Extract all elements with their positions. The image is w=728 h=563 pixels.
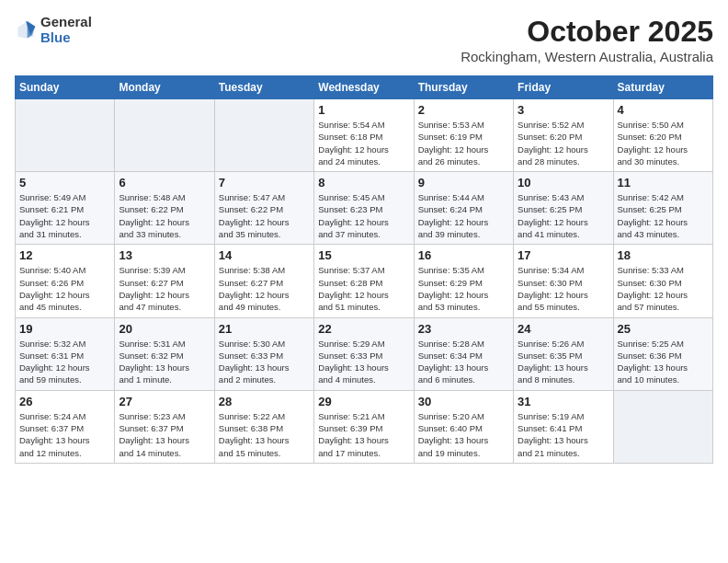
calendar-day-15: 15Sunrise: 5:37 AM Sunset: 6:28 PM Dayli… bbox=[314, 245, 414, 317]
day-info: Sunrise: 5:19 AM Sunset: 6:41 PM Dayligh… bbox=[518, 410, 609, 459]
calendar-day-31: 31Sunrise: 5:19 AM Sunset: 6:41 PM Dayli… bbox=[514, 390, 613, 463]
day-number: 29 bbox=[318, 395, 409, 408]
calendar-day-6: 6Sunrise: 5:48 AM Sunset: 6:22 PM Daylig… bbox=[115, 172, 214, 245]
day-info: Sunrise: 5:38 AM Sunset: 6:27 PM Dayligh… bbox=[219, 264, 310, 313]
calendar-day-8: 8Sunrise: 5:45 AM Sunset: 6:23 PM Daylig… bbox=[314, 172, 414, 245]
day-number: 27 bbox=[119, 395, 210, 408]
day-info: Sunrise: 5:48 AM Sunset: 6:22 PM Dayligh… bbox=[119, 191, 210, 240]
calendar-week-4: 19Sunrise: 5:32 AM Sunset: 6:31 PM Dayli… bbox=[16, 317, 713, 390]
calendar-day-30: 30Sunrise: 5:20 AM Sunset: 6:40 PM Dayli… bbox=[414, 390, 513, 463]
calendar-day-5: 5Sunrise: 5:49 AM Sunset: 6:21 PM Daylig… bbox=[16, 172, 115, 245]
day-info: Sunrise: 5:44 AM Sunset: 6:24 PM Dayligh… bbox=[418, 191, 509, 240]
calendar-empty-cell bbox=[613, 390, 712, 463]
calendar-day-1: 1Sunrise: 5:54 AM Sunset: 6:18 PM Daylig… bbox=[314, 99, 414, 172]
day-info: Sunrise: 5:37 AM Sunset: 6:28 PM Dayligh… bbox=[318, 264, 409, 313]
day-number: 12 bbox=[19, 248, 110, 262]
logo-general: General bbox=[40, 15, 92, 30]
day-number: 17 bbox=[518, 248, 609, 262]
day-number: 5 bbox=[19, 176, 110, 190]
day-info: Sunrise: 5:49 AM Sunset: 6:21 PM Dayligh… bbox=[19, 191, 110, 240]
calendar-day-3: 3Sunrise: 5:52 AM Sunset: 6:20 PM Daylig… bbox=[514, 99, 613, 172]
weekday-header-thursday: Thursday bbox=[414, 76, 513, 99]
weekday-header-wednesday: Wednesday bbox=[314, 76, 414, 99]
calendar-day-9: 9Sunrise: 5:44 AM Sunset: 6:24 PM Daylig… bbox=[414, 172, 513, 245]
calendar-day-14: 14Sunrise: 5:38 AM Sunset: 6:27 PM Dayli… bbox=[214, 245, 313, 317]
weekday-header-saturday: Saturday bbox=[613, 76, 712, 99]
day-info: Sunrise: 5:35 AM Sunset: 6:29 PM Dayligh… bbox=[418, 264, 509, 313]
day-info: Sunrise: 5:29 AM Sunset: 6:33 PM Dayligh… bbox=[318, 338, 409, 386]
day-number: 11 bbox=[618, 176, 709, 190]
day-info: Sunrise: 5:43 AM Sunset: 6:25 PM Dayligh… bbox=[518, 191, 609, 240]
day-number: 19 bbox=[19, 322, 110, 336]
calendar-week-1: 1Sunrise: 5:54 AM Sunset: 6:18 PM Daylig… bbox=[16, 99, 713, 172]
calendar-empty-cell bbox=[214, 99, 313, 172]
day-number: 15 bbox=[318, 248, 409, 262]
logo-text: General Blue bbox=[40, 15, 92, 45]
calendar-day-18: 18Sunrise: 5:33 AM Sunset: 6:30 PM Dayli… bbox=[613, 245, 712, 317]
day-info: Sunrise: 5:22 AM Sunset: 6:38 PM Dayligh… bbox=[219, 410, 310, 459]
weekday-header-monday: Monday bbox=[115, 76, 214, 99]
day-number: 13 bbox=[119, 248, 210, 262]
day-number: 14 bbox=[219, 248, 310, 262]
calendar-day-19: 19Sunrise: 5:32 AM Sunset: 6:31 PM Dayli… bbox=[16, 317, 115, 390]
day-number: 8 bbox=[318, 176, 409, 190]
calendar-day-13: 13Sunrise: 5:39 AM Sunset: 6:27 PM Dayli… bbox=[115, 245, 214, 317]
day-number: 18 bbox=[618, 248, 709, 262]
calendar-table: SundayMondayTuesdayWednesdayThursdayFrid… bbox=[15, 75, 713, 464]
day-info: Sunrise: 5:20 AM Sunset: 6:40 PM Dayligh… bbox=[418, 410, 509, 459]
day-number: 1 bbox=[318, 103, 409, 117]
day-number: 23 bbox=[418, 322, 509, 336]
calendar-day-10: 10Sunrise: 5:43 AM Sunset: 6:25 PM Dayli… bbox=[514, 172, 613, 245]
logo-icon bbox=[15, 19, 37, 41]
calendar-day-21: 21Sunrise: 5:30 AM Sunset: 6:33 PM Dayli… bbox=[214, 317, 313, 390]
month-title: October 2025 bbox=[461, 15, 713, 49]
day-number: 4 bbox=[618, 103, 709, 117]
day-info: Sunrise: 5:34 AM Sunset: 6:30 PM Dayligh… bbox=[518, 264, 609, 313]
day-number: 31 bbox=[518, 395, 609, 408]
logo-blue: Blue bbox=[40, 30, 92, 46]
title-block: October 2025 Rockingham, Western Austral… bbox=[461, 15, 713, 64]
calendar-day-29: 29Sunrise: 5:21 AM Sunset: 6:39 PM Dayli… bbox=[314, 390, 414, 463]
calendar-day-2: 2Sunrise: 5:53 AM Sunset: 6:19 PM Daylig… bbox=[414, 99, 513, 172]
day-info: Sunrise: 5:50 AM Sunset: 6:20 PM Dayligh… bbox=[618, 119, 709, 167]
calendar-day-12: 12Sunrise: 5:40 AM Sunset: 6:26 PM Dayli… bbox=[16, 245, 115, 317]
page-header: General Blue October 2025 Rockingham, We… bbox=[15, 15, 713, 64]
calendar-empty-cell bbox=[115, 99, 214, 172]
day-number: 20 bbox=[119, 322, 210, 336]
weekday-header-sunday: Sunday bbox=[16, 76, 115, 99]
day-number: 30 bbox=[418, 395, 509, 408]
day-info: Sunrise: 5:42 AM Sunset: 6:25 PM Dayligh… bbox=[618, 191, 709, 240]
day-number: 26 bbox=[19, 395, 110, 408]
day-info: Sunrise: 5:21 AM Sunset: 6:39 PM Dayligh… bbox=[318, 410, 409, 459]
day-number: 6 bbox=[119, 176, 210, 190]
day-info: Sunrise: 5:25 AM Sunset: 6:36 PM Dayligh… bbox=[618, 338, 709, 386]
calendar-week-2: 5Sunrise: 5:49 AM Sunset: 6:21 PM Daylig… bbox=[16, 172, 713, 245]
day-number: 3 bbox=[518, 103, 609, 117]
day-info: Sunrise: 5:26 AM Sunset: 6:35 PM Dayligh… bbox=[518, 338, 609, 386]
day-info: Sunrise: 5:47 AM Sunset: 6:22 PM Dayligh… bbox=[219, 191, 310, 240]
calendar-day-27: 27Sunrise: 5:23 AM Sunset: 6:37 PM Dayli… bbox=[115, 390, 214, 463]
calendar-day-26: 26Sunrise: 5:24 AM Sunset: 6:37 PM Dayli… bbox=[16, 390, 115, 463]
day-info: Sunrise: 5:31 AM Sunset: 6:32 PM Dayligh… bbox=[119, 338, 210, 386]
calendar-day-25: 25Sunrise: 5:25 AM Sunset: 6:36 PM Dayli… bbox=[613, 317, 712, 390]
day-info: Sunrise: 5:40 AM Sunset: 6:26 PM Dayligh… bbox=[19, 264, 110, 313]
day-number: 10 bbox=[518, 176, 609, 190]
day-number: 28 bbox=[219, 395, 310, 408]
calendar-day-24: 24Sunrise: 5:26 AM Sunset: 6:35 PM Dayli… bbox=[514, 317, 613, 390]
day-info: Sunrise: 5:23 AM Sunset: 6:37 PM Dayligh… bbox=[119, 410, 210, 459]
logo: General Blue bbox=[15, 15, 92, 45]
day-number: 7 bbox=[219, 176, 310, 190]
calendar-day-4: 4Sunrise: 5:50 AM Sunset: 6:20 PM Daylig… bbox=[613, 99, 712, 172]
day-info: Sunrise: 5:24 AM Sunset: 6:37 PM Dayligh… bbox=[19, 410, 110, 459]
day-info: Sunrise: 5:33 AM Sunset: 6:30 PM Dayligh… bbox=[618, 264, 709, 313]
day-number: 9 bbox=[418, 176, 509, 190]
day-number: 2 bbox=[418, 103, 509, 117]
day-info: Sunrise: 5:32 AM Sunset: 6:31 PM Dayligh… bbox=[19, 338, 110, 386]
calendar-week-5: 26Sunrise: 5:24 AM Sunset: 6:37 PM Dayli… bbox=[16, 390, 713, 463]
location: Rockingham, Western Australia, Australia bbox=[461, 49, 713, 64]
day-number: 24 bbox=[518, 322, 609, 336]
weekday-header-row: SundayMondayTuesdayWednesdayThursdayFrid… bbox=[16, 76, 713, 99]
calendar-empty-cell bbox=[16, 99, 115, 172]
calendar-day-7: 7Sunrise: 5:47 AM Sunset: 6:22 PM Daylig… bbox=[214, 172, 313, 245]
calendar-day-22: 22Sunrise: 5:29 AM Sunset: 6:33 PM Dayli… bbox=[314, 317, 414, 390]
